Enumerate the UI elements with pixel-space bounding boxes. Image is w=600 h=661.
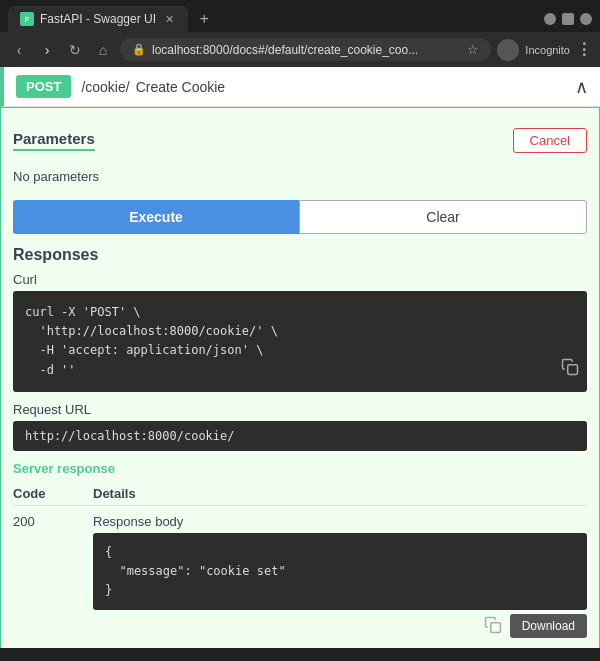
back-button[interactable]: ‹: [8, 39, 30, 61]
curl-code-block: curl -X 'POST' \ 'http://localhost:8000/…: [13, 291, 587, 392]
svg-rect-0: [568, 365, 578, 375]
minimize-button[interactable]: [544, 13, 556, 25]
download-button[interactable]: Download: [510, 614, 587, 638]
response-details: Response body { "message": "cookie set"}…: [93, 514, 587, 639]
nav-bar: ‹ › ↻ ⌂ 🔒 localhost:8000/docs#/default/c…: [0, 32, 600, 67]
new-tab-button[interactable]: +: [192, 7, 216, 31]
tab-title: FastAPI - Swagger UI: [40, 12, 156, 26]
col-details-header: Details: [93, 486, 587, 501]
maximize-button[interactable]: [562, 13, 574, 25]
browser-menu-button[interactable]: ⋮: [576, 40, 592, 59]
window-controls: [544, 13, 592, 25]
endpoint-description: Create Cookie: [136, 79, 226, 95]
refresh-button[interactable]: ↻: [64, 39, 86, 61]
response-status-code: 200: [13, 514, 93, 529]
collapse-button[interactable]: ∧: [575, 76, 588, 98]
col-code-header: Code: [13, 486, 93, 501]
address-text: localhost:8000/docs#/default/create_cook…: [152, 43, 461, 57]
response-body-code: { "message": "cookie set"}: [93, 533, 587, 611]
parameters-title: Parameters: [13, 130, 95, 151]
close-button[interactable]: [580, 13, 592, 25]
server-response-section: Server response Code Details 200 Respons…: [13, 461, 587, 647]
curl-section: Curl curl -X 'POST' \ 'http://localhost:…: [13, 272, 587, 392]
tab-close-button[interactable]: ✕: [162, 12, 176, 26]
request-url-section: Request URL http://localhost:8000/cookie…: [13, 402, 587, 451]
method-badge: POST: [16, 75, 71, 98]
curl-copy-icon[interactable]: [561, 358, 579, 384]
request-url-label: Request URL: [13, 402, 587, 417]
response-action-row: Download: [93, 614, 587, 638]
address-bar[interactable]: 🔒 localhost:8000/docs#/default/create_co…: [120, 38, 491, 61]
swagger-content: POST /cookie/ Create Cookie ∧ Parameters…: [0, 67, 600, 648]
parameters-header: Parameters Cancel: [13, 120, 587, 161]
forward-button[interactable]: ›: [36, 39, 58, 61]
response-row: 200 Response body { "message": "cookie s…: [13, 506, 587, 647]
curl-code: curl -X 'POST' \ 'http://localhost:8000/…: [25, 305, 278, 377]
no-params-text: No parameters: [13, 169, 587, 184]
response-table-header: Code Details: [13, 482, 587, 506]
bookmark-icon[interactable]: ☆: [467, 42, 479, 57]
svg-rect-1: [490, 623, 500, 633]
tab-bar: F FastAPI - Swagger UI ✕ +: [0, 0, 600, 32]
response-body-text: { "message": "cookie set"}: [105, 545, 286, 597]
endpoint-body: Parameters Cancel No parameters Execute …: [0, 107, 600, 648]
response-body-label: Response body: [93, 514, 587, 529]
home-button[interactable]: ⌂: [92, 39, 114, 61]
cancel-button[interactable]: Cancel: [513, 128, 587, 153]
endpoint-path: /cookie/: [81, 79, 129, 95]
tab-favicon: F: [20, 12, 34, 26]
response-copy-icon[interactable]: [484, 616, 502, 637]
request-url-value: http://localhost:8000/cookie/: [13, 421, 587, 451]
incognito-label: Incognito: [525, 44, 570, 56]
active-tab[interactable]: F FastAPI - Swagger UI ✕: [8, 6, 188, 32]
clear-button[interactable]: Clear: [299, 200, 587, 234]
lock-icon: 🔒: [132, 43, 146, 56]
execute-button[interactable]: Execute: [13, 200, 299, 234]
action-buttons: Execute Clear: [13, 200, 587, 234]
endpoint-header[interactable]: POST /cookie/ Create Cookie ∧: [0, 67, 600, 107]
curl-label: Curl: [13, 272, 587, 287]
responses-title: Responses: [13, 246, 587, 264]
server-response-label: Server response: [13, 461, 587, 476]
profile-avatar[interactable]: [497, 39, 519, 61]
